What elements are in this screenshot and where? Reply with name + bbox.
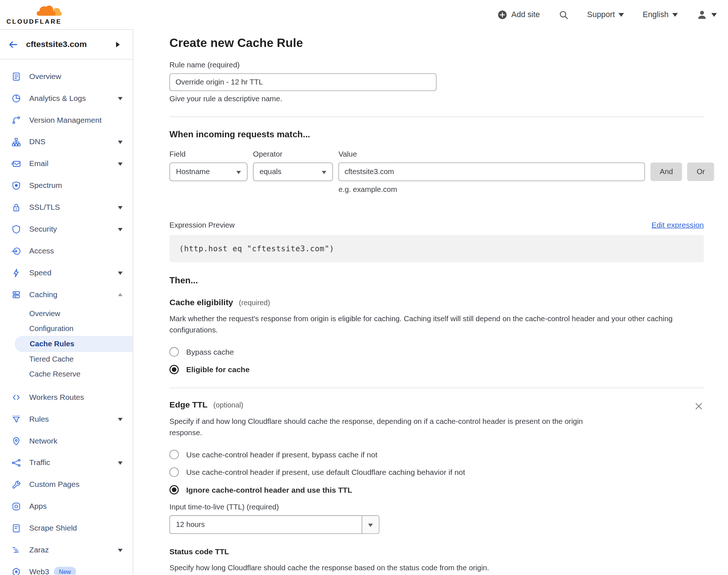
sidebar-item-label: Web3 bbox=[29, 567, 49, 575]
sidebar-subitem-configuration[interactable]: Configuration bbox=[0, 321, 133, 336]
sidebar-item-ssl-tls[interactable]: SSL/TLS bbox=[0, 196, 133, 218]
language-menu[interactable]: English bbox=[643, 10, 678, 20]
sidebar-subitem-cache-reserve[interactable]: Cache Reserve bbox=[0, 367, 133, 382]
operator-select[interactable]: equals bbox=[253, 162, 333, 181]
sidebar-item-web3[interactable]: Web3New bbox=[0, 561, 133, 575]
padlock-icon bbox=[11, 202, 21, 212]
chevron-down-icon bbox=[672, 13, 678, 20]
top-header: CLOUDFLARE Add site Support English bbox=[0, 0, 728, 29]
add-site-label: Add site bbox=[511, 10, 540, 19]
sidebar-item-email[interactable]: Email bbox=[0, 153, 133, 174]
search-button[interactable] bbox=[558, 9, 568, 20]
close-icon[interactable] bbox=[694, 401, 704, 411]
user-icon bbox=[696, 9, 708, 20]
radio-option-use-cache-control-header-if-present-bypass-cache-if-not[interactable]: Use cache-control header if present, byp… bbox=[169, 450, 704, 459]
radio-option-bypass-cache[interactable]: Bypass cache bbox=[169, 347, 704, 357]
operator-label: Operator bbox=[253, 150, 333, 158]
sidebar-item-label: Zaraz bbox=[29, 546, 49, 554]
sidebar-item-label: Network bbox=[29, 436, 57, 445]
sidebar-subitem-tiered-cache[interactable]: Tiered Cache bbox=[0, 352, 133, 367]
match-builder: Field Operator Value Hostname equals And… bbox=[169, 150, 704, 194]
chevron-down-icon bbox=[618, 13, 624, 20]
radio-option-label: Ignore cache-control header and use this… bbox=[186, 485, 352, 494]
back-arrow-icon[interactable] bbox=[7, 39, 19, 50]
radio-unselected-icon[interactable] bbox=[169, 450, 178, 459]
share-icon bbox=[11, 457, 21, 468]
or-button[interactable]: Or bbox=[687, 162, 714, 181]
plus-circle-icon bbox=[497, 9, 508, 20]
chevron-right-icon[interactable] bbox=[116, 42, 123, 47]
support-menu[interactable]: Support bbox=[587, 10, 624, 20]
radio-option-label: Eligible for cache bbox=[186, 365, 249, 374]
radio-option-label: Use cache-control header if present, use… bbox=[186, 468, 465, 476]
value-hint: e.g. example.com bbox=[338, 185, 645, 194]
sidebar-item-version-management[interactable]: Version Management bbox=[0, 109, 133, 131]
chevron-down-icon bbox=[322, 171, 326, 176]
sidebar-item-label: Custom Pages bbox=[29, 480, 79, 489]
site-name: cftestsite3.com bbox=[26, 39, 116, 49]
and-button[interactable]: And bbox=[650, 162, 682, 181]
sidebar-item-workers-routes[interactable]: Workers Routes bbox=[0, 386, 133, 408]
sidebar-item-label: Workers Routes bbox=[29, 393, 84, 402]
radio-option-label: Use cache-control header if present, byp… bbox=[186, 450, 377, 459]
then-heading: Then... bbox=[169, 275, 704, 285]
field-select[interactable]: Hostname bbox=[169, 162, 247, 181]
sidebar-item-apps[interactable]: Apps bbox=[0, 495, 133, 517]
page-icon bbox=[11, 523, 21, 533]
sidebar-subitem-overview[interactable]: Overview bbox=[0, 306, 133, 321]
radio-option-ignore-cache-control-header-and-use-this-ttl[interactable]: Ignore cache-control header and use this… bbox=[169, 485, 704, 494]
radio-unselected-icon[interactable] bbox=[169, 468, 178, 477]
field-label: Field bbox=[169, 150, 247, 158]
sidebar-item-analytics-logs[interactable]: Analytics & Logs bbox=[0, 87, 133, 109]
ttl-select-value: 12 hours bbox=[170, 516, 362, 533]
pin-icon bbox=[11, 436, 21, 446]
login-icon bbox=[11, 246, 21, 256]
rule-name-label: Rule name (required) bbox=[169, 61, 704, 69]
rule-name-input[interactable] bbox=[169, 73, 436, 91]
shield-icon bbox=[11, 224, 21, 234]
sidebar-item-overview[interactable]: Overview bbox=[0, 66, 133, 87]
sidebar-item-security[interactable]: Security bbox=[0, 218, 133, 240]
match-value-input[interactable] bbox=[338, 162, 645, 181]
sidebar-item-dns[interactable]: DNS bbox=[0, 131, 133, 153]
sidebar-item-traffic[interactable]: Traffic bbox=[0, 452, 133, 473]
edge-ttl-description: Specify if and how long Cloudflare shoul… bbox=[169, 416, 606, 438]
sidebar-subitem-cache-rules[interactable]: Cache Rules bbox=[15, 336, 133, 352]
sidebar-item-scrape-shield[interactable]: Scrape Shield bbox=[0, 517, 133, 539]
chevron-down-icon bbox=[118, 162, 123, 168]
cloudflare-logo[interactable]: CLOUDFLARE bbox=[7, 4, 64, 25]
ttl-input-label: Input time-to-live (TTL) (required) bbox=[169, 503, 704, 511]
envelope-icon bbox=[11, 158, 21, 169]
sidebar-item-label: Version Management bbox=[29, 115, 102, 124]
sidebar-item-custom-pages[interactable]: Custom Pages bbox=[0, 473, 133, 495]
radio-unselected-icon[interactable] bbox=[169, 347, 178, 357]
sidebar-item-rules[interactable]: Rules bbox=[0, 408, 133, 430]
value-label: Value bbox=[338, 150, 645, 158]
sidebar-nav: OverviewAnalytics & LogsVersion Manageme… bbox=[0, 59, 133, 575]
sidebar-item-label: Rules bbox=[29, 414, 49, 423]
ttl-select-button[interactable] bbox=[362, 516, 379, 533]
cloudflare-cloud-icon bbox=[34, 4, 63, 17]
sidebar-item-label: Scrape Shield bbox=[29, 524, 77, 532]
sidebar-item-caching[interactable]: Caching bbox=[0, 284, 133, 306]
sidebar-item-zaraz[interactable]: Zaraz bbox=[0, 539, 133, 561]
edit-expression-link[interactable]: Edit expression bbox=[652, 221, 704, 229]
sidebar: cftestsite3.com OverviewAnalytics & Logs… bbox=[0, 29, 133, 575]
chevron-down-icon bbox=[118, 97, 123, 102]
sidebar-item-spectrum[interactable]: Spectrum bbox=[0, 174, 133, 196]
top-header-actions: Add site Support English bbox=[497, 9, 717, 20]
divider bbox=[169, 388, 704, 388]
add-site-button[interactable]: Add site bbox=[497, 9, 540, 20]
sidebar-item-access[interactable]: Access bbox=[0, 240, 133, 262]
sidebar-item-speed[interactable]: Speed bbox=[0, 262, 133, 284]
cache-eligibility-qualifier: (required) bbox=[239, 299, 270, 307]
radio-option-use-cache-control-header-if-present-use-default-cloudflare-caching-behavior-if-not[interactable]: Use cache-control header if present, use… bbox=[169, 468, 704, 477]
account-menu[interactable] bbox=[696, 9, 717, 20]
ttl-select[interactable]: 12 hours bbox=[169, 515, 379, 534]
radio-selected-icon[interactable] bbox=[169, 365, 178, 374]
sidebar-item-network[interactable]: Network bbox=[0, 430, 133, 452]
document-icon bbox=[11, 71, 21, 82]
radio-selected-icon[interactable] bbox=[169, 485, 178, 494]
radio-option-eligible-for-cache[interactable]: Eligible for cache bbox=[169, 365, 704, 374]
chevron-down-icon bbox=[118, 141, 123, 146]
